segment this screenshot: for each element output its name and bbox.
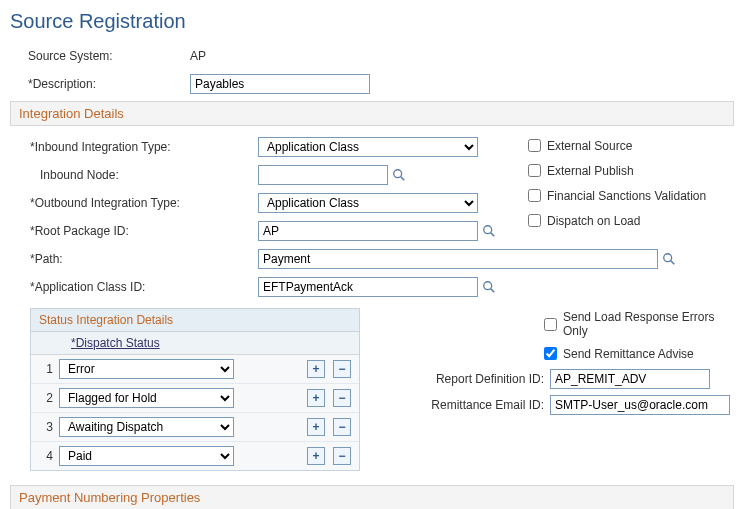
integration-details-header: Integration Details xyxy=(10,101,734,126)
status-row: 1Error+− xyxy=(31,355,359,384)
page-title: Source Registration xyxy=(10,10,734,33)
send-remittance-advise-checkbox[interactable] xyxy=(544,347,557,360)
external-source-checkbox[interactable] xyxy=(528,139,541,152)
external-source-label: External Source xyxy=(547,139,632,153)
svg-point-4 xyxy=(664,254,672,262)
report-definition-id-label: Report Definition ID: xyxy=(410,372,550,386)
add-row-button[interactable]: + xyxy=(307,447,325,465)
application-class-id-input[interactable] xyxy=(258,277,478,297)
financial-sanctions-label: Financial Sanctions Validation xyxy=(547,189,706,203)
path-input[interactable] xyxy=(258,249,658,269)
remittance-email-id-label: Remittance Email ID: xyxy=(410,398,550,412)
dispatch-status-select[interactable]: Awaiting Dispatch xyxy=(59,417,234,437)
outbound-integration-type-label: Outbound Integration Type: xyxy=(10,196,258,210)
status-row-number: 3 xyxy=(39,420,59,434)
financial-sanctions-checkbox[interactable] xyxy=(528,189,541,202)
svg-line-1 xyxy=(401,177,405,181)
add-row-button[interactable]: + xyxy=(307,360,325,378)
dispatch-on-load-label: Dispatch on Load xyxy=(547,214,640,228)
outbound-integration-type-select[interactable]: Application Class xyxy=(258,193,478,213)
svg-point-0 xyxy=(394,170,402,178)
status-row-number: 1 xyxy=(39,362,59,376)
status-integration-title: Status Integration Details xyxy=(31,309,359,332)
source-system-label: Source System: xyxy=(10,49,190,63)
status-row-number: 4 xyxy=(39,449,59,463)
root-package-id-label: Root Package ID: xyxy=(10,224,258,238)
send-load-response-errors-label: Send Load Response Errors Only xyxy=(563,310,734,338)
external-publish-checkbox[interactable] xyxy=(528,164,541,177)
lookup-icon[interactable] xyxy=(482,280,496,294)
status-integration-details: Status Integration Details Dispatch Stat… xyxy=(30,308,360,471)
status-row-number: 2 xyxy=(39,391,59,405)
dispatch-status-select[interactable]: Flagged for Hold xyxy=(59,388,234,408)
application-class-id-label: Application Class ID: xyxy=(10,280,258,294)
svg-line-5 xyxy=(671,261,675,265)
remove-row-button[interactable]: − xyxy=(333,389,351,407)
external-publish-label: External Publish xyxy=(547,164,634,178)
inbound-integration-type-select[interactable]: Application Class xyxy=(258,137,478,157)
path-label: Path: xyxy=(10,252,258,266)
payment-numbering-header: Payment Numbering Properties xyxy=(10,485,734,509)
status-row: 3Awaiting Dispatch+− xyxy=(31,413,359,442)
dispatch-status-column-header[interactable]: Dispatch Status xyxy=(71,336,160,350)
svg-point-6 xyxy=(484,282,492,290)
root-package-id-input[interactable] xyxy=(258,221,478,241)
add-row-button[interactable]: + xyxy=(307,389,325,407)
remove-row-button[interactable]: − xyxy=(333,418,351,436)
inbound-node-label: Inbound Node: xyxy=(10,168,258,182)
status-row: 4Paid+− xyxy=(31,442,359,470)
send-load-response-errors-checkbox[interactable] xyxy=(544,318,557,331)
source-system-value: AP xyxy=(190,49,206,63)
add-row-button[interactable]: + xyxy=(307,418,325,436)
report-definition-id-input[interactable] xyxy=(550,369,710,389)
lookup-icon[interactable] xyxy=(662,252,676,266)
lookup-icon[interactable] xyxy=(392,168,406,182)
inbound-node-input[interactable] xyxy=(258,165,388,185)
dispatch-status-select[interactable]: Paid xyxy=(59,446,234,466)
remove-row-button[interactable]: − xyxy=(333,447,351,465)
dispatch-status-select[interactable]: Error xyxy=(59,359,234,379)
description-input[interactable] xyxy=(190,74,370,94)
lookup-icon[interactable] xyxy=(482,224,496,238)
description-label: Description: xyxy=(10,77,190,91)
status-row: 2Flagged for Hold+− xyxy=(31,384,359,413)
svg-point-2 xyxy=(484,226,492,234)
svg-line-3 xyxy=(491,233,495,237)
dispatch-on-load-checkbox[interactable] xyxy=(528,214,541,227)
send-remittance-advise-label: Send Remittance Advise xyxy=(563,347,694,361)
svg-line-7 xyxy=(491,289,495,293)
remove-row-button[interactable]: − xyxy=(333,360,351,378)
remittance-email-id-input[interactable] xyxy=(550,395,730,415)
inbound-integration-type-label: Inbound Integration Type: xyxy=(10,140,258,154)
